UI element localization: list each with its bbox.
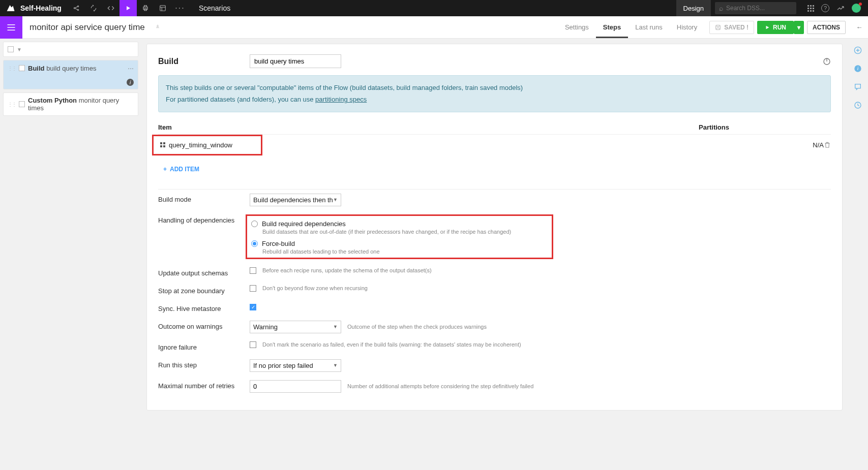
- caret-down-icon: ▼: [333, 363, 338, 368]
- share-icon[interactable]: [68, 0, 85, 16]
- run-play-icon: [765, 25, 770, 30]
- info-icon[interactable]: i: [127, 79, 134, 86]
- activity-icon[interactable]: [836, 4, 845, 12]
- svg-rect-7: [716, 25, 721, 29]
- svg-point-2: [77, 9, 78, 10]
- menu-toggle-button[interactable]: [0, 16, 22, 39]
- item-row[interactable]: query_timing_window: [154, 136, 261, 154]
- design-tab[interactable]: Design: [676, 0, 711, 16]
- build-mode-select[interactable]: Build dependencies then these ite ▼: [250, 194, 341, 206]
- svg-rect-6: [160, 6, 166, 11]
- radio-force-build[interactable]: Force-build: [251, 240, 511, 247]
- stop-zone-hint: Don't go beyond flow zone when recursing: [262, 285, 368, 291]
- more-icon[interactable]: ···: [171, 0, 189, 16]
- max-retries-input[interactable]: [250, 380, 341, 393]
- save-button[interactable]: SAVED !: [709, 21, 754, 34]
- step-checkbox[interactable]: [19, 65, 25, 71]
- build-mode-value: Build dependencies then these ite: [253, 196, 333, 204]
- steps-select-all[interactable]: ▼: [3, 42, 138, 57]
- search-input[interactable]: [726, 5, 792, 12]
- delete-item-icon[interactable]: [824, 141, 831, 148]
- build-mode-label: Build mode: [158, 194, 240, 203]
- run-button[interactable]: RUN: [757, 21, 794, 34]
- run-dropdown-button[interactable]: ▾: [794, 21, 804, 34]
- caret-down-icon: ▼: [333, 197, 338, 202]
- max-retries-hint: Number of additional attempts before con…: [347, 383, 533, 389]
- select-all-checkbox[interactable]: [8, 46, 14, 52]
- select-all-caret-icon[interactable]: ▼: [17, 47, 22, 52]
- rail-chat-icon[interactable]: [853, 82, 862, 91]
- run-step-value: If no prior step failed: [253, 362, 313, 369]
- svg-rect-4: [144, 6, 147, 7]
- actions-button[interactable]: ACTIONS: [807, 21, 846, 34]
- play-icon[interactable]: [119, 0, 137, 16]
- svg-rect-9: [160, 142, 162, 144]
- step-checkbox[interactable]: [19, 101, 25, 107]
- outcome-value: Warning: [253, 323, 278, 331]
- highlight-item: query_timing_window: [152, 135, 262, 155]
- recycle-icon[interactable]: [85, 0, 102, 16]
- drag-handle-icon[interactable]: ⋮⋮: [8, 66, 16, 71]
- radio-checked-icon[interactable]: [251, 240, 258, 247]
- update-schema-checkbox[interactable]: [250, 267, 256, 274]
- search-icon: ⌕: [719, 4, 723, 12]
- tab-steps[interactable]: Steps: [596, 16, 628, 38]
- radio2-label: Force-build: [262, 240, 295, 247]
- step-content: Build This step builds one or several "c…: [141, 39, 848, 470]
- tab-history[interactable]: History: [670, 16, 704, 38]
- dataset-icon: [160, 142, 166, 148]
- help-icon[interactable]: ?: [821, 4, 829, 12]
- step-card-custom[interactable]: ⋮⋮ Custom Python monitor query times: [3, 92, 138, 116]
- project-name[interactable]: Self-Healing: [20, 4, 62, 12]
- ignore-failure-hint: Don't mark the scenario as failed, even …: [262, 341, 521, 348]
- right-rail: i: [848, 39, 868, 470]
- tab-settings[interactable]: Settings: [558, 16, 596, 38]
- outcome-select[interactable]: Warning ▼: [250, 321, 341, 333]
- col-partitions-header: Partitions: [699, 123, 831, 131]
- step-more-icon[interactable]: ···: [128, 64, 134, 72]
- collapse-right-icon[interactable]: ←: [851, 23, 868, 31]
- step-name-label: build query times: [46, 65, 96, 72]
- radio-unchecked-icon[interactable]: [251, 221, 258, 227]
- pin-icon[interactable]: [154, 24, 161, 31]
- partitioning-specs-link[interactable]: partitioning specs: [315, 96, 367, 103]
- add-item-button[interactable]: + ADD ITEM: [158, 155, 831, 190]
- code-icon[interactable]: [102, 0, 119, 16]
- radio-build-required[interactable]: Build required dependencies: [251, 220, 511, 228]
- plus-icon: +: [163, 166, 167, 173]
- outcome-hint: Outcome of the step when the check produ…: [347, 324, 487, 330]
- svg-point-0: [74, 8, 75, 9]
- breadcrumb[interactable]: Scenarios: [189, 4, 241, 12]
- info-line-1: This step builds one or several "computa…: [166, 82, 823, 93]
- dashboard-icon[interactable]: [154, 0, 171, 16]
- add-item-label: ADD ITEM: [170, 166, 199, 173]
- steps-sidebar: ▼ ⋮⋮ Build build query times ··· i ⋮⋮ Cu…: [0, 39, 141, 470]
- handling-deps-label: Handling of dependencies: [158, 214, 240, 224]
- apps-icon[interactable]: [807, 5, 814, 12]
- search-box[interactable]: ⌕: [715, 2, 796, 14]
- user-avatar[interactable]: [852, 4, 861, 13]
- tab-last-runs[interactable]: Last runs: [628, 16, 669, 38]
- top-bar: Self-Healing ··· Scenarios Design ⌕ ?: [0, 0, 868, 16]
- power-icon[interactable]: [823, 57, 831, 66]
- stop-zone-checkbox[interactable]: [250, 285, 256, 292]
- sync-hive-checkbox[interactable]: ✓: [250, 304, 256, 310]
- scenario-tabs: Settings Steps Last runs History: [558, 16, 704, 38]
- info-line-2a: For partitioned datasets (and folders), …: [166, 96, 315, 103]
- save-icon: [715, 24, 721, 30]
- rail-info-icon[interactable]: i: [853, 64, 862, 73]
- outcome-label: Outcome on warnings: [158, 321, 240, 330]
- drag-handle-icon[interactable]: ⋮⋮: [8, 102, 16, 107]
- panel-heading: Build: [158, 57, 240, 66]
- run-step-select[interactable]: If no prior step failed ▼: [250, 359, 341, 372]
- rail-add-icon[interactable]: [853, 46, 862, 55]
- rail-history-icon[interactable]: [853, 101, 862, 110]
- step-name-input[interactable]: [250, 54, 341, 68]
- update-schema-label: Update output schemas: [158, 267, 240, 277]
- printer-icon[interactable]: [137, 0, 154, 16]
- ignore-failure-checkbox[interactable]: [250, 341, 256, 348]
- radio2-desc: Rebuild all datasets leading to the sele…: [262, 248, 511, 255]
- run-label: RUN: [773, 24, 786, 31]
- page-title: monitor api service query time: [22, 22, 152, 33]
- step-card-build[interactable]: ⋮⋮ Build build query times ··· i: [3, 60, 138, 89]
